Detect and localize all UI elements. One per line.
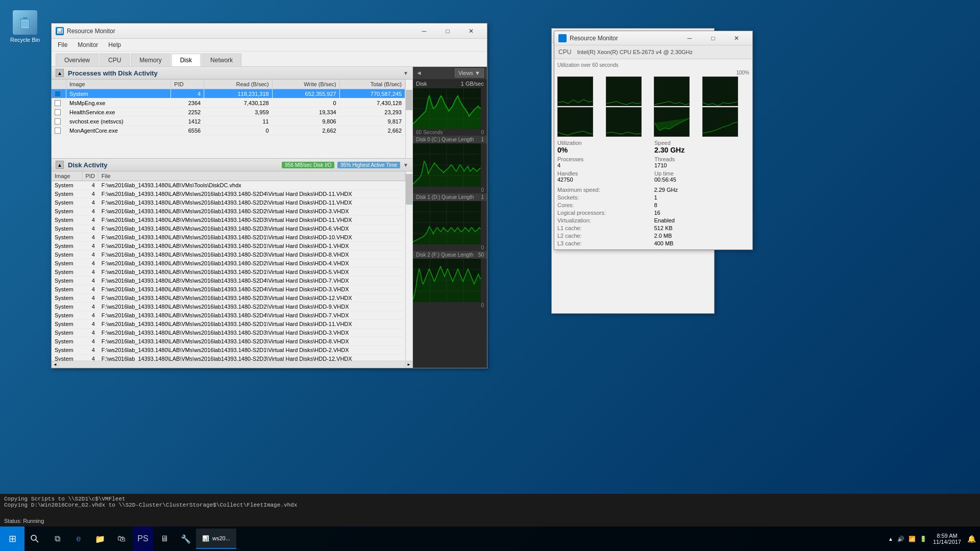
taskbar-powershell[interactable]: PS [133,527,153,551]
disk-col-file[interactable]: File [98,171,405,181]
rm-minimize-btn[interactable]: ─ [412,23,436,39]
cpu-l1-label: L1 cache: [557,225,653,231]
cpu-close-btn[interactable]: ✕ [725,31,748,46]
process-checkbox[interactable] [52,98,66,108]
col-image-header[interactable]: Image [66,80,171,89]
cpu-threads-info: Threads 1710 [654,156,749,168]
process-total: 7,430,128 [339,98,405,108]
disk-row[interactable]: System 4 F:\ws2016lab_14393.1480\LAB\VMs… [52,181,405,190]
disk-row[interactable]: System 4 F:\ws2016lab_14393.1480\LAB\VMs… [52,311,405,320]
recycle-bin[interactable]: Recycle Bin [10,10,40,43]
rm-maximize-btn[interactable]: □ [436,23,459,39]
processes-collapse-btn[interactable]: ▲ [56,69,64,77]
process-row[interactable]: MonAgentCore.exe 6556 0 2,662 2,662 [52,126,405,135]
taskbar-notification[interactable]: 🔔 [967,535,976,543]
disk-collapse-btn[interactable]: ▲ [56,161,64,169]
resource-monitor-window[interactable]: 📊 Resource Monitor ─ □ ✕ File Monitor He… [51,23,487,368]
taskbar-app5[interactable]: 🖥 [154,527,175,551]
disk-row[interactable]: System 4 F:\ws2016lab_14393.1480\LAB\VMs… [52,224,405,233]
disk-row[interactable]: System 4 F:\ws2016lab_14393.1480\LAB\VMs… [52,207,405,216]
process-row[interactable]: svchost.exe (netsvcs) 1412 11 9,806 9,81… [52,117,405,126]
disk-row[interactable]: System 4 F:\ws2016lab_14393.1480\LAB\VMs… [52,337,405,346]
taskbar-edge[interactable]: e [68,527,89,551]
cpu-cores-label: Cores: [557,202,653,208]
processes-scrollbar[interactable] [405,80,412,158]
views-label: Views [458,70,473,76]
disk-row[interactable]: System 4 F:\ws2016lab_14393.1480\LAB\VMs… [52,268,405,277]
disk-row[interactable]: System 4 F:\ws2016lab_14393.1480\LAB\VMs… [52,216,405,224]
disk-col-image[interactable]: Image [52,171,82,181]
process-row[interactable]: MsMpEng.exe 2364 7,430,128 0 7,430,128 [52,98,405,108]
process-checkbox[interactable] [52,89,66,98]
cpu-util-info: Utilization 0% [557,140,652,154]
process-total: 23,293 [339,108,405,117]
left-arrow-icon[interactable]: ◄ [416,69,422,77]
col-write-header[interactable]: Write (B/sec) [272,80,339,89]
disk1-min: 0 [413,244,487,251]
disk-scrollbar[interactable] [405,171,412,361]
disk-row[interactable]: System 4 F:\ws2016lab_14393.1480\LAB\VMs… [52,303,405,311]
disk-row[interactable]: System 4 F:\ws2016lab_14393.1480\LAB\VMs… [52,329,405,337]
taskbar-store[interactable]: 🛍 [111,527,132,551]
taskbar-clock[interactable]: 8:59 AM 11/14/2017 [929,533,965,545]
tab-memory[interactable]: Memory [131,54,170,66]
tab-overview[interactable]: Overview [56,54,99,66]
disk-row[interactable]: System 4 F:\ws2016lab_14393.1480\LAB\VMs… [52,190,405,198]
rm-close-btn[interactable]: ✕ [459,23,483,39]
processes-scroll-thumb[interactable] [406,90,412,110]
disk-row[interactable]: System 4 F:\ws2016lab_14393.1480\LAB\VMs… [52,198,405,207]
disk-row[interactable]: System 4 F:\ws2016lab_14393.1480\LAB\VMs… [52,355,405,361]
cpu-maximize-btn[interactable]: □ [701,31,725,46]
col-read-header[interactable]: Read (B/sec) [204,80,273,89]
process-pid: 6556 [171,126,204,135]
horiz-scroll-left[interactable]: ◄ [52,361,59,368]
disk-activity-header[interactable]: ▲ Disk Activity 956 MB/sec Disk I/O 95% … [52,159,412,171]
disk-col-pid[interactable]: PID [82,171,98,181]
right-panel: ◄ Views ▼ Disk 1 GB/sec [413,67,487,368]
cpu-processes-label: Processes [557,156,583,162]
search-button[interactable] [24,527,45,551]
process-checkbox[interactable] [52,117,66,126]
cpu-minimize-btn[interactable]: ─ [678,31,701,46]
col-pid-header[interactable]: PID [171,80,204,89]
disk-row[interactable]: System 4 F:\ws2016lab_14393.1480\LAB\VMs… [52,294,405,303]
taskbar-task-view[interactable]: ⧉ [47,527,67,551]
horiz-scrollbar[interactable]: ◄ ► [52,361,412,368]
disk-row[interactable]: System 4 F:\ws2016lab_14393.1480\LAB\VMs… [52,259,405,268]
disk-row[interactable]: System 4 F:\ws2016lab_14393.1480\LAB\VMs… [52,346,405,355]
taskbar-app6[interactable]: 🔧 [176,527,196,551]
menu-monitor[interactable]: Monitor [74,40,102,50]
tab-network[interactable]: Network [202,54,241,66]
cpu-lp-label: Logical processors: [557,210,653,216]
process-checkbox[interactable] [52,108,66,117]
process-row[interactable]: System 4 118,231,318 652,355,927 770,587… [52,89,405,98]
taskbar-rm-app[interactable]: 📊 ws20... [196,529,236,549]
disk-scroll-thumb[interactable] [406,174,412,205]
systray-arrow[interactable]: ▲ [888,536,893,542]
disk-row[interactable]: System 4 F:\ws2016lab_14393.1480\LAB\VMs… [52,320,405,329]
disk-row[interactable]: System 4 F:\ws2016lab_14393.1480\LAB\VMs… [52,251,405,259]
menu-help[interactable]: Help [104,40,125,50]
cpu-graph-4 [702,77,738,106]
views-button[interactable]: Views ▼ [455,68,484,78]
horiz-scroll-right[interactable]: ► [405,361,412,368]
tab-cpu[interactable]: CPU [100,54,130,66]
disk-row[interactable]: System 4 F:\ws2016lab_14393.1480\LAB\VMs… [52,242,405,251]
disk-row[interactable]: System 4 F:\ws2016lab_14393.1480\LAB\VMs… [52,233,405,242]
menu-file[interactable]: File [54,40,71,50]
disk-row[interactable]: System 4 F:\ws2016lab_14393.1480\LAB\VMs… [52,277,405,285]
taskbar-explorer[interactable]: 📁 [90,527,110,551]
process-row[interactable]: HealthService.exe 2252 3,959 19,334 23,2… [52,108,405,117]
processes-expand-icon[interactable]: ▼ [403,70,408,76]
start-button[interactable]: ⊞ [0,527,24,551]
disk-row[interactable]: System 4 F:\ws2016lab_14393.1480\LAB\VMs… [52,285,405,294]
horiz-scroll-track[interactable] [59,361,405,368]
process-checkbox[interactable] [52,126,66,135]
disk-nav-arrow[interactable]: ◄ [416,69,422,77]
disk-expand-icon[interactable]: ▼ [403,162,408,168]
col-total-header[interactable]: Total (B/sec) [339,80,405,89]
cpu-window[interactable]: Resource Monitor ─ □ ✕ CPU Intel(R) Xeon… [554,31,753,250]
tab-disk[interactable]: Disk [172,54,201,66]
processes-section-header[interactable]: ▲ Processes with Disk Activity ▼ [52,67,412,80]
disk0-graph [413,143,481,187]
